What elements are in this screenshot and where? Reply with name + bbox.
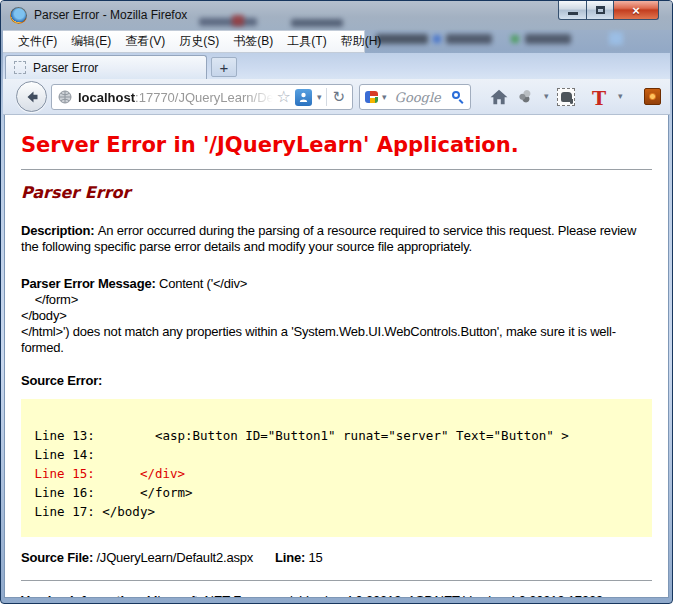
home-button[interactable] xyxy=(487,86,511,108)
tab-bar: Parser Error + xyxy=(3,53,670,79)
url-host: localhost xyxy=(78,90,135,105)
code-line-15-highlighted: Line 15: </div> xyxy=(27,464,644,483)
new-tab-button[interactable]: + xyxy=(211,57,237,77)
parser-error-line: </body> xyxy=(21,308,652,324)
url-path: :17770/JQueryLearn/Defa xyxy=(135,90,274,105)
search-engine-dropdown-icon[interactable]: ▾ xyxy=(382,92,387,102)
tab-favicon-placeholder-icon xyxy=(14,61,26,74)
close-button[interactable]: × xyxy=(614,1,659,20)
elephant-glyph xyxy=(561,92,572,102)
version-label: Version Information: xyxy=(21,593,147,598)
search-box[interactable]: ▾ Google xyxy=(359,84,471,110)
globe-icon xyxy=(58,90,72,104)
menu-strip: 文件(F) 编辑(E) 查看(V) 历史(S) 书签(B) 工具(T) 帮助(H… xyxy=(3,30,365,53)
divider xyxy=(21,580,652,581)
google-logo-icon[interactable] xyxy=(365,90,379,104)
menu-tools[interactable]: 工具(T) xyxy=(280,30,333,53)
window-controls: × xyxy=(558,1,659,20)
line-label: Line: xyxy=(275,550,308,565)
desktop-blur-artifact xyxy=(199,18,257,26)
evernote-clipper-icon[interactable] xyxy=(557,88,575,106)
addon-dropdown-icon[interactable]: ▾ xyxy=(615,91,626,101)
title-bar[interactable]: Parser Error - Mozilla Firefox × xyxy=(1,1,672,30)
divider xyxy=(326,88,327,106)
person-glyph xyxy=(297,91,310,104)
identity-person-icon[interactable] xyxy=(295,89,312,106)
close-icon: × xyxy=(632,3,640,18)
page-title: Server Error in '/JQueryLearn' Applicati… xyxy=(21,133,652,157)
description-paragraph: Description: An error occurred during th… xyxy=(21,223,652,255)
menu-bar: 文件(F) 编辑(E) 查看(V) 历史(S) 书签(B) 工具(T) 帮助(H… xyxy=(3,30,670,53)
firefox-logo-icon xyxy=(10,7,27,24)
addon-dropdown-icon[interactable]: ▾ xyxy=(541,91,552,101)
source-file-value: /JQueryLearn/Default2.aspx xyxy=(96,550,253,565)
search-magnifier-icon[interactable] xyxy=(451,90,465,104)
desktop-blur-artifact xyxy=(433,35,441,43)
source-error-code-block: Line 13: <asp:Button ID="Button1" runat=… xyxy=(21,399,652,537)
menu-bookmarks[interactable]: 书签(B) xyxy=(226,30,280,53)
chevron-down-icon: ▾ xyxy=(618,91,623,101)
error-type-heading: Parser Error xyxy=(21,183,652,202)
menu-history[interactable]: 历史(S) xyxy=(172,30,226,53)
version-information-line: Version Information: Microsoft .NET Fram… xyxy=(21,593,652,598)
maximize-icon xyxy=(596,6,605,14)
firefox-window: Parser Error - Mozilla Firefox × 文件(F) 编… xyxy=(0,0,673,604)
desktop-blur-artifact xyxy=(291,19,343,27)
desktop-blur-artifact xyxy=(446,34,492,44)
back-arrow-icon xyxy=(24,89,40,105)
line-value: 15 xyxy=(309,550,323,565)
minimize-button[interactable] xyxy=(558,1,587,20)
source-file-label: Source File: xyxy=(21,550,96,565)
parser-error-label: Parser Error Message: xyxy=(21,276,159,291)
parser-error-text: Content ('</div> xyxy=(159,276,247,291)
navigation-toolbar: localhost:17770/JQueryLearn/Defa ☆ ▾ ↻ ▾… xyxy=(3,79,670,115)
menu-edit[interactable]: 编辑(E) xyxy=(64,30,118,53)
parser-error-line: </form> xyxy=(21,292,652,308)
desktop-blur-artifact xyxy=(232,15,244,26)
code-line-14: Line 14: xyxy=(27,445,644,464)
source-file-line: Source File: /JQueryLearn/Default2.aspxL… xyxy=(21,550,652,565)
description-text: An error occurred during the parsing of … xyxy=(21,223,636,254)
url-text[interactable]: localhost:17770/JQueryLearn/Defa xyxy=(78,90,275,105)
maximize-button[interactable] xyxy=(587,1,614,20)
home-icon xyxy=(490,89,508,105)
reload-icon[interactable]: ↻ xyxy=(332,90,345,105)
source-error-label: Source Error: xyxy=(21,373,652,388)
code-line-17: Line 17: </body> xyxy=(27,502,644,521)
search-input[interactable]: Google xyxy=(395,90,451,105)
desktop-blur-artifact xyxy=(609,32,623,45)
bug-addon-icon[interactable] xyxy=(516,88,532,104)
bookmark-star-icon[interactable]: ☆ xyxy=(277,89,291,105)
divider xyxy=(21,169,652,170)
desktop-blur-artifact xyxy=(511,35,519,43)
minimize-icon xyxy=(568,12,578,15)
tab-label: Parser Error xyxy=(33,61,98,75)
parser-error-line: Parser Error Message: Content ('</div> xyxy=(21,276,652,292)
desktop-blur-artifact xyxy=(525,34,571,44)
parser-error-message-block: Parser Error Message: Content ('</div> <… xyxy=(21,276,652,356)
orange-addon-icon[interactable] xyxy=(644,88,661,105)
code-line-16: Line 16: </form> xyxy=(27,483,644,502)
url-bar[interactable]: localhost:17770/JQueryLearn/Defa ☆ ▾ ↻ xyxy=(51,84,353,110)
back-button[interactable] xyxy=(16,81,47,112)
description-label: Description: xyxy=(21,223,98,238)
tab-parser-error[interactable]: Parser Error xyxy=(5,55,207,79)
t-addon-icon[interactable]: T xyxy=(589,88,609,108)
version-text: Microsoft .NET Framework Version:4.0.303… xyxy=(147,593,603,598)
menu-view[interactable]: 查看(V) xyxy=(118,30,172,53)
menu-file[interactable]: 文件(F) xyxy=(11,30,64,53)
code-line-13: Line 13: <asp:Button ID="Button1" runat=… xyxy=(27,426,644,445)
error-page-content: Server Error in '/JQueryLearn' Applicati… xyxy=(4,115,669,598)
plus-icon: + xyxy=(220,59,229,76)
parser-error-line: </html>') does not match any properties … xyxy=(21,324,652,356)
bookmark-dropdown-icon[interactable]: ▾ xyxy=(317,92,322,102)
window-title: Parser Error - Mozilla Firefox xyxy=(34,8,187,22)
menu-help[interactable]: 帮助(H) xyxy=(334,30,389,53)
chevron-down-icon: ▾ xyxy=(544,91,549,101)
